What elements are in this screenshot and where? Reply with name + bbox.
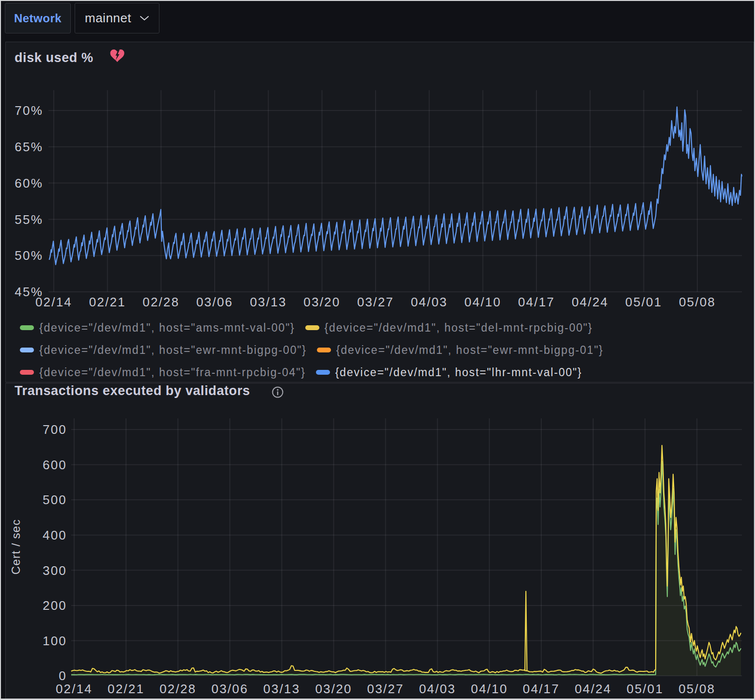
svg-text:60%: 60% [15, 176, 43, 191]
svg-text:55%: 55% [15, 212, 43, 227]
svg-text:03/06: 03/06 [211, 682, 248, 696]
svg-text:03/13: 03/13 [263, 682, 300, 696]
svg-text:04/03: 04/03 [411, 295, 448, 309]
svg-text:04/17: 04/17 [523, 682, 560, 696]
svg-text:0: 0 [59, 668, 67, 683]
svg-text:03/13: 03/13 [250, 295, 287, 309]
svg-text:02/21: 02/21 [89, 295, 126, 309]
svg-text:400: 400 [43, 528, 67, 542]
svg-text:02/28: 02/28 [159, 682, 196, 696]
svg-text:Cert / sec: Cert / sec [9, 519, 22, 575]
svg-text:500: 500 [43, 493, 67, 507]
svg-text:03/20: 03/20 [303, 295, 340, 309]
svg-text:03/20: 03/20 [315, 682, 352, 696]
svg-text:100: 100 [43, 634, 67, 648]
svg-text:04/24: 04/24 [575, 682, 612, 696]
svg-text:04/17: 04/17 [518, 295, 555, 309]
svg-text:02/14: 02/14 [35, 295, 72, 309]
svg-text:03/27: 03/27 [367, 682, 404, 696]
svg-text:02/21: 02/21 [108, 682, 144, 696]
svg-text:04/03: 04/03 [419, 682, 456, 696]
svg-text:04/10: 04/10 [471, 682, 508, 696]
svg-text:70%: 70% [15, 103, 43, 118]
svg-text:200: 200 [43, 598, 67, 613]
svg-text:02/28: 02/28 [142, 295, 179, 309]
svg-text:04/10: 04/10 [464, 295, 501, 309]
svg-text:700: 700 [43, 422, 67, 437]
svg-text:50%: 50% [15, 248, 43, 263]
svg-text:600: 600 [43, 458, 67, 472]
svg-text:03/06: 03/06 [196, 295, 233, 309]
svg-text:65%: 65% [15, 140, 43, 154]
svg-text:05/01: 05/01 [625, 295, 662, 309]
svg-text:05/08: 05/08 [678, 682, 715, 696]
svg-text:02/14: 02/14 [56, 682, 93, 696]
svg-text:04/24: 04/24 [572, 295, 609, 309]
svg-text:05/08: 05/08 [679, 295, 716, 309]
svg-text:05/01: 05/01 [627, 682, 663, 696]
svg-text:03/27: 03/27 [357, 295, 394, 309]
svg-text:300: 300 [43, 563, 67, 578]
